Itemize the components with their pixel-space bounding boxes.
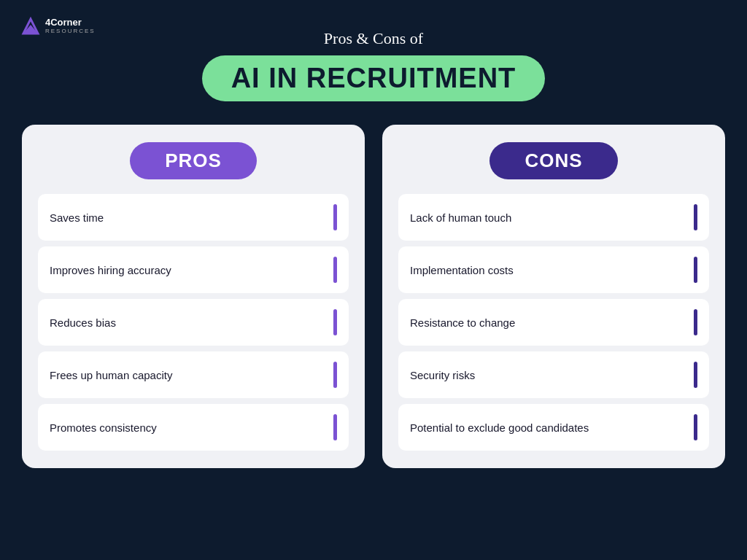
list-item-text: Frees up human capacity <box>50 369 172 381</box>
list-item-text: Potential to exclude good candidates <box>410 421 589 434</box>
list-item: Frees up human capacity <box>38 351 349 398</box>
list-item: Lack of human touch <box>398 194 709 241</box>
list-item: Implementation costs <box>398 246 709 293</box>
list-item-bar <box>333 414 337 440</box>
list-item: Promotes consistency <box>38 404 349 451</box>
list-item-text: Resistance to change <box>410 316 515 329</box>
list-item-bar <box>333 204 337 230</box>
list-item-bar <box>694 414 697 440</box>
page-header: Pros & Cons of AI IN RECRUITMENT <box>202 29 546 101</box>
list-item-bar <box>694 362 697 388</box>
list-item-bar <box>694 204 697 230</box>
pros-list: Saves time Improves hiring accuracy Redu… <box>38 194 349 451</box>
list-item-bar <box>694 309 697 335</box>
list-item: Resistance to change <box>398 299 709 346</box>
list-item-bar <box>333 257 337 283</box>
list-item-text: Saves time <box>50 211 104 224</box>
pros-badge-label: PROS <box>165 149 222 171</box>
header-title-pill: AI IN RECRUITMENT <box>202 55 546 101</box>
list-item-bar <box>694 257 697 283</box>
cards-container: PROS Saves time Improves hiring accuracy… <box>0 125 747 468</box>
cons-list: Lack of human touch Implementation costs… <box>398 194 709 451</box>
brand-sub: RESOURCES <box>45 28 96 35</box>
pros-badge: PROS <box>130 142 257 179</box>
list-item-text: Reduces bias <box>50 316 116 329</box>
cons-card: CONS Lack of human touch Implementation … <box>382 125 725 468</box>
list-item: Potential to exclude good candidates <box>398 404 709 451</box>
cons-badge-label: CONS <box>525 149 582 171</box>
list-item: Reduces bias <box>38 299 349 346</box>
list-item-bar <box>333 309 337 335</box>
list-item-text: Lack of human touch <box>410 211 511 224</box>
list-item-text: Implementation costs <box>410 264 514 276</box>
header-subtitle: Pros & Cons of <box>202 29 546 48</box>
list-item: Improves hiring accuracy <box>38 246 349 293</box>
page-title: AI IN RECRUITMENT <box>231 63 516 93</box>
cons-badge: CONS <box>489 142 617 179</box>
list-item: Saves time <box>38 194 349 241</box>
list-item: Security risks <box>398 351 709 398</box>
pros-card: PROS Saves time Improves hiring accuracy… <box>22 125 365 468</box>
list-item-text: Improves hiring accuracy <box>50 264 171 276</box>
logo-icon <box>20 16 41 36</box>
list-item-text: Promotes consistency <box>50 421 157 434</box>
brand-name: 4Corner <box>45 18 96 28</box>
list-item-bar <box>333 362 337 388</box>
logo: 4Corner RESOURCES <box>20 16 96 36</box>
list-item-text: Security risks <box>410 369 475 381</box>
